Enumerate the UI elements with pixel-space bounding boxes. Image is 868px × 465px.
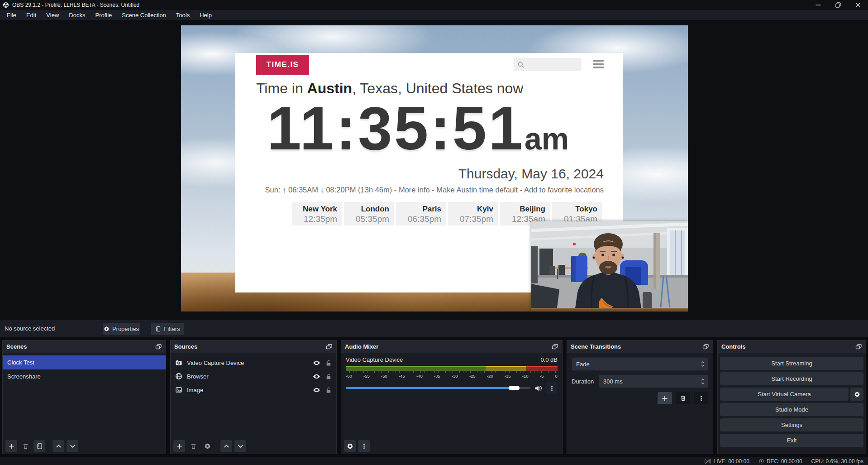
add-transition-button[interactable] [658,392,672,404]
settings-button[interactable]: Settings [720,418,863,431]
more-info-link: More info [399,186,430,194]
chevron-down-icon [69,443,76,450]
transition-menu-button[interactable] [694,392,708,404]
gear-icon [854,391,860,398]
live-broadcast-icon [705,458,711,465]
date-display: Thursday, May 16, 2024 [458,166,604,182]
lock-icon[interactable] [325,387,332,393]
popout-icon[interactable] [702,344,709,350]
source-row-browser[interactable]: Browser [171,369,336,383]
menu-docks[interactable]: Docks [64,10,90,20]
rec-time: REC: 00:00:00 [767,458,802,465]
start-streaming-button[interactable]: Start Streaming [720,357,863,370]
scene-up-button[interactable] [52,440,64,452]
menu-tools[interactable]: Tools [171,10,195,20]
popout-icon[interactable] [552,344,558,350]
filters-button[interactable]: Filters [151,323,184,335]
add-scene-button[interactable] [5,440,17,452]
sources-dock-title: Sources [174,343,326,350]
preview-area[interactable]: TIME.IS Time in Austin, Texas, United St… [0,20,868,320]
popout-icon[interactable] [326,344,333,350]
sources-dock: Sources Video Capture Device Browser [170,340,337,454]
volume-slider-handle[interactable] [509,386,520,390]
advanced-audio-button[interactable] [344,440,356,452]
mixer-menu-button[interactable] [358,440,370,452]
timeis-logo: TIME.IS [256,55,309,75]
camera-icon [175,359,182,366]
obs-window: OBS 29.1.2 - Profile: LLHLS BETA - Scene… [0,0,868,465]
menu-edit[interactable]: Edit [21,10,41,20]
mixer-channel-name: Video Capture Device [346,356,403,363]
lock-icon[interactable] [325,360,332,366]
start-virtual-camera-button[interactable]: Start Virtual Camera [720,388,849,401]
search-input [514,58,582,71]
source-toolbar: No source selected Properties Filters [0,320,868,337]
titlebar: OBS 29.1.2 - Profile: LLHLS BETA - Scene… [0,0,868,10]
kebab-icon [361,443,367,450]
filter-icon [155,326,161,332]
exit-button[interactable]: Exit [720,434,863,447]
source-row-image[interactable]: Image [171,383,336,397]
city-card: New York12:35pm [292,202,342,225]
kebab-icon [698,395,705,402]
transition-select[interactable]: Fade [572,357,708,371]
scenes-dock-header: Scenes [3,340,166,353]
transitions-dock-title: Scene Transitions [571,343,702,350]
eye-icon[interactable] [313,386,320,394]
source-properties-button[interactable] [201,440,213,452]
mixer-toolbar [341,438,562,454]
add-source-button[interactable] [173,440,185,452]
restore-button[interactable] [828,0,848,10]
properties-button[interactable]: Properties [103,323,140,335]
controls-dock-header: Controls [718,340,866,353]
remove-source-button[interactable] [187,440,199,452]
trash-icon [190,443,197,450]
eye-icon[interactable] [313,359,320,367]
scene-item-screenshare[interactable]: Screenshare [3,369,166,384]
scenes-toolbar [3,438,166,454]
virtual-camera-config-button[interactable] [850,388,863,401]
city-card: Paris06:35pm [396,202,446,225]
minimize-button[interactable] [808,0,828,10]
audio-mixer-dock-header: Audio Mixer [341,340,562,353]
source-down-button[interactable] [234,440,246,452]
source-row-video-capture[interactable]: Video Capture Device [171,356,336,369]
studio-mode-button[interactable]: Studio Mode [720,403,863,416]
menu-view[interactable]: View [41,10,64,20]
globe-icon [175,373,182,380]
popout-icon[interactable] [155,344,162,350]
webcam-video-source [531,221,688,312]
filter-icon [36,443,43,450]
city-card: Kyiv07:35pm [448,202,498,225]
meter-tick-labels: -60-55-50-45-40-35-30-25-20-15-10-50 [346,374,558,379]
volume-meter: -60-55-50-45-40-35-30-25-20-15-10-50 [346,366,558,379]
mixer-channel-menu-button[interactable] [546,382,558,394]
search-icon [517,61,525,68]
duration-label: Duration [572,378,595,385]
chevron-up-icon[interactable] [701,379,705,381]
trash-icon [680,395,687,402]
scene-filters-button[interactable] [33,440,45,452]
program-canvas[interactable]: TIME.IS Time in Austin, Texas, United St… [181,25,688,312]
lock-icon[interactable] [325,373,332,380]
duration-spinbox[interactable]: 300 ms [599,374,708,388]
volume-slider[interactable] [346,385,531,391]
controls-dock-title: Controls [721,343,855,350]
speaker-icon[interactable] [534,384,542,392]
chevron-down-icon[interactable] [701,382,705,384]
menu-scene-collection[interactable]: Scene Collection [117,10,171,20]
remove-scene-button[interactable] [19,440,31,452]
close-button[interactable] [848,0,868,10]
menu-profile[interactable]: Profile [90,10,117,20]
dock-area: Scenes Clock Test Screenshare Sources [0,337,868,457]
scene-down-button[interactable] [67,440,78,452]
scenes-dock: Scenes Clock Test Screenshare [2,340,166,454]
menu-help[interactable]: Help [195,10,217,20]
source-up-button[interactable] [220,440,232,452]
start-recording-button[interactable]: Start Recording [720,372,863,385]
menu-file[interactable]: File [2,10,21,20]
popout-icon[interactable] [855,344,862,350]
scene-item-clock-test[interactable]: Clock Test [3,355,166,369]
eye-icon[interactable] [313,373,320,380]
remove-transition-button[interactable] [676,392,690,404]
